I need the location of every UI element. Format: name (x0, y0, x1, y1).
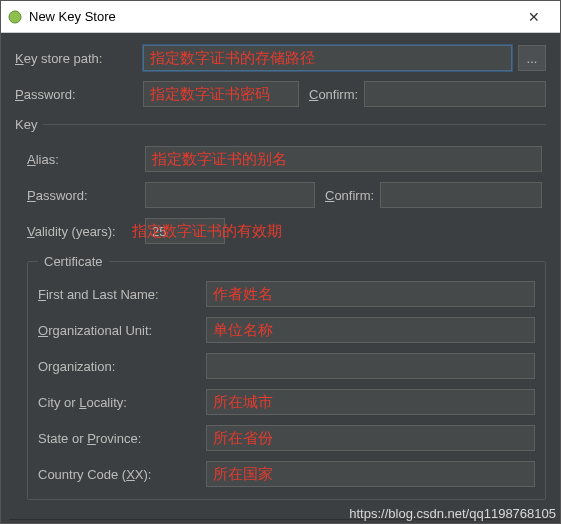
certificate-legend: Certificate (38, 254, 109, 269)
annotation-city: 所在城市 (213, 393, 273, 412)
first-last-row: First and Last Name: 作者姓名 (38, 281, 535, 307)
validity-label: Validity (years): (27, 224, 145, 239)
validity-row: Validity (years): 25 指定数字证书的有效期 (27, 218, 542, 244)
footer-separator (9, 519, 552, 520)
key-group: Key Alias: 指定数字证书的别名 Password: Confirm: … (15, 117, 546, 500)
browse-button[interactable]: ... (518, 45, 546, 71)
key-store-path-label: Key store path: (15, 51, 143, 66)
annotation-country: 所在国家 (213, 465, 273, 484)
svg-point-0 (9, 11, 21, 23)
org-label: Organization: (38, 359, 206, 374)
alias-label: Alias: (27, 152, 145, 167)
org-input[interactable] (206, 353, 535, 379)
alias-input[interactable]: 指定数字证书的别名 (145, 146, 542, 172)
city-row: City or Locality: 所在城市 (38, 389, 535, 415)
key-password-input[interactable] (145, 182, 315, 208)
key-password-row: Password: Confirm: (27, 182, 542, 208)
close-button[interactable]: ✕ (514, 2, 554, 32)
first-last-label: First and Last Name: (38, 287, 206, 302)
city-input[interactable]: 所在城市 (206, 389, 535, 415)
country-input[interactable]: 所在国家 (206, 461, 535, 487)
annotation-org-unit: 单位名称 (213, 321, 273, 340)
country-row: Country Code (XX): 所在国家 (38, 461, 535, 487)
first-last-input[interactable]: 作者姓名 (206, 281, 535, 307)
org-unit-row: Organizational Unit: 单位名称 (38, 317, 535, 343)
confirm-password-input[interactable] (364, 81, 546, 107)
dialog-content: Key store path: 指定数字证书的存储路径 ... Password… (1, 33, 560, 523)
org-row: Organization: (38, 353, 535, 379)
new-key-store-dialog: New Key Store ✕ Key store path: 指定数字证书的存… (0, 0, 561, 524)
state-input[interactable]: 所在省份 (206, 425, 535, 451)
password-input[interactable]: 指定数字证书密码 (143, 81, 299, 107)
title-bar: New Key Store ✕ (1, 1, 560, 33)
confirm-password-label: Confirm: (309, 87, 358, 102)
country-label: Country Code (XX): (38, 467, 206, 482)
password-row: Password: 指定数字证书密码 Confirm: (15, 81, 546, 107)
password-label: Password: (15, 87, 143, 102)
key-store-path-input[interactable]: 指定数字证书的存储路径 (143, 45, 512, 71)
annotation-path: 指定数字证书的存储路径 (150, 49, 315, 68)
annotation-password: 指定数字证书密码 (150, 85, 270, 104)
city-label: City or Locality: (38, 395, 206, 410)
key-password-label: Password: (27, 188, 145, 203)
key-confirm-label: Confirm: (325, 188, 374, 203)
annotation-first-last: 作者姓名 (213, 285, 273, 304)
annotation-state: 所在省份 (213, 429, 273, 448)
certificate-group: Certificate First and Last Name: 作者姓名 Or… (27, 254, 546, 500)
key-group-legend: Key (15, 117, 43, 132)
org-unit-input[interactable]: 单位名称 (206, 317, 535, 343)
validity-input[interactable]: 25 指定数字证书的有效期 (145, 218, 225, 244)
key-store-path-row: Key store path: 指定数字证书的存储路径 ... (15, 45, 546, 71)
key-confirm-input[interactable] (380, 182, 542, 208)
annotation-alias: 指定数字证书的别名 (152, 150, 287, 169)
state-label: State or Province: (38, 431, 206, 446)
alias-row: Alias: 指定数字证书的别名 (27, 146, 542, 172)
state-row: State or Province: 所在省份 (38, 425, 535, 451)
org-unit-label: Organizational Unit: (38, 323, 206, 338)
validity-value: 25 (152, 224, 166, 239)
window-title: New Key Store (29, 9, 514, 24)
app-icon (7, 9, 23, 25)
